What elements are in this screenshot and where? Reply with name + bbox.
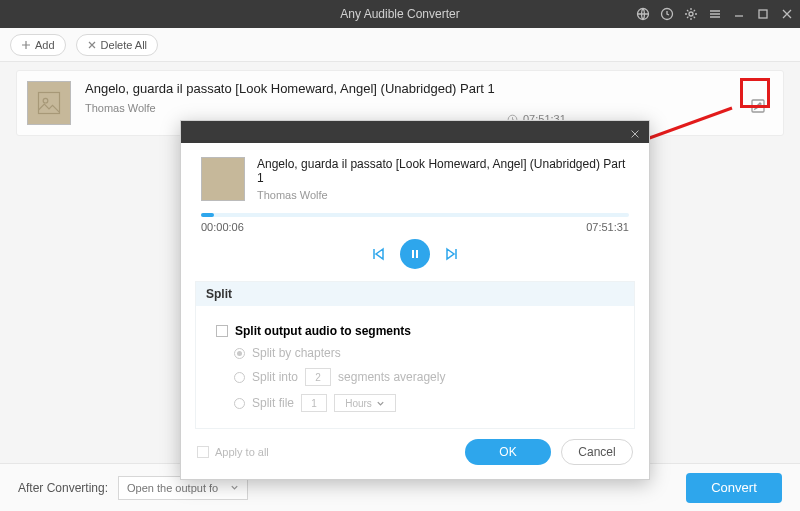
modal-title: Angelo, guarda il passato [Look Homeward… bbox=[257, 157, 629, 185]
split-enable-row[interactable]: Split output audio to segments bbox=[216, 324, 618, 338]
modal-overlay: Angelo, guarda il passato [Look Homeward… bbox=[0, 0, 800, 511]
split-by-chapters-label: Split by chapters bbox=[252, 346, 341, 360]
modal-footer: Apply to all OK Cancel bbox=[181, 429, 649, 479]
close-icon[interactable] bbox=[629, 126, 641, 138]
radio-icon[interactable] bbox=[234, 398, 245, 409]
album-art-thumb bbox=[201, 157, 245, 201]
split-into-row[interactable]: Split into 2 segments averagely bbox=[234, 368, 618, 386]
cancel-button[interactable]: Cancel bbox=[561, 439, 633, 465]
time-labels: 00:00:06 07:51:31 bbox=[201, 221, 629, 233]
file-count-input[interactable]: 1 bbox=[301, 394, 327, 412]
split-by-chapters-row[interactable]: Split by chapters bbox=[234, 346, 618, 360]
next-track-icon[interactable] bbox=[444, 246, 460, 262]
progress-fill bbox=[201, 213, 214, 217]
radio-icon[interactable] bbox=[234, 348, 245, 359]
chevron-down-icon bbox=[376, 399, 385, 408]
time-elapsed: 00:00:06 bbox=[201, 221, 244, 233]
segments-input[interactable]: 2 bbox=[305, 368, 331, 386]
modal-author: Thomas Wolfe bbox=[257, 189, 629, 201]
play-pause-button[interactable] bbox=[400, 239, 430, 269]
split-enable-label: Split output audio to segments bbox=[235, 324, 411, 338]
time-total: 07:51:31 bbox=[586, 221, 629, 233]
pause-icon bbox=[409, 248, 421, 260]
checkbox-icon[interactable] bbox=[216, 325, 228, 337]
radio-icon[interactable] bbox=[234, 372, 245, 383]
split-panel: Split Split output audio to segments Spl… bbox=[195, 281, 635, 429]
modal-header: Angelo, guarda il passato [Look Homeward… bbox=[181, 143, 649, 207]
split-heading: Split bbox=[196, 282, 634, 306]
player-controls bbox=[181, 239, 649, 269]
modal-titlebar bbox=[181, 121, 649, 143]
split-modal: Angelo, guarda il passato [Look Homeward… bbox=[180, 120, 650, 480]
apply-to-all[interactable]: Apply to all bbox=[197, 446, 269, 458]
prev-track-icon[interactable] bbox=[370, 246, 386, 262]
ok-button[interactable]: OK bbox=[465, 439, 551, 465]
time-unit-select[interactable]: Hours bbox=[334, 394, 396, 412]
split-file-row[interactable]: Split file 1 Hours bbox=[234, 394, 618, 412]
checkbox-icon[interactable] bbox=[197, 446, 209, 458]
playback-progress[interactable] bbox=[201, 213, 629, 217]
